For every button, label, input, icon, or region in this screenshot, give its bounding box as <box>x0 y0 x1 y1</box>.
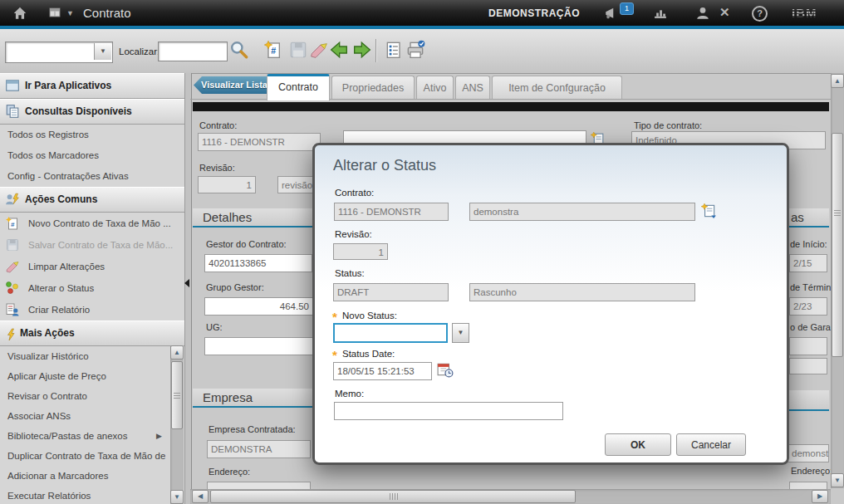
ug-label: UG: <box>206 322 223 332</box>
dialog-status-label: Status: <box>335 268 365 278</box>
more-action-visualizar-historico[interactable]: Visualizar Histórico <box>0 346 184 366</box>
sidebar-header-go-to[interactable]: Ir Para Aplicativos <box>0 73 184 99</box>
long-description-icon[interactable] <box>700 203 717 219</box>
reports-chart-icon[interactable] <box>653 6 670 21</box>
dialog-revisao-field: 1 <box>333 243 388 260</box>
next-record-icon[interactable] <box>352 40 372 60</box>
print-icon[interactable] <box>405 40 425 60</box>
revisao-descricao-field: revisão <box>277 176 314 193</box>
lightning-icon <box>4 326 19 341</box>
signout-close-icon[interactable]: ✕ <box>719 5 736 20</box>
gestor-field[interactable] <box>204 254 312 272</box>
ug-field[interactable] <box>204 337 313 355</box>
main-scroll-right-icon[interactable]: ▶ <box>812 490 828 503</box>
main-scroll-up-icon[interactable]: ▲ <box>831 74 844 88</box>
more-action-biblioteca-anexos[interactable]: Biblioteca/Pastas de anexos ▶ <box>0 426 184 446</box>
sidebar-header-common-actions[interactable]: Ações Comuns <box>0 187 184 213</box>
tab-item-configuracao[interactable]: Item de Confguração <box>492 76 622 99</box>
contrato-label: Contrato: <box>199 120 237 130</box>
query-select-caret-icon[interactable]: ▼ <box>94 43 111 60</box>
revisao-field: 1 <box>198 176 256 193</box>
dialog-memo-label: Memo: <box>335 389 364 399</box>
svg-text:#: # <box>271 46 276 56</box>
query-select[interactable]: ▼ <box>5 42 113 63</box>
action-alterar-status[interactable]: Alterar o Status <box>0 277 184 299</box>
sidebar-item-todos-registros[interactable]: Todos os Registros <box>0 125 184 145</box>
tab-contrato[interactable]: Contrato <box>267 74 330 100</box>
dialog-revisao-label: Revisão: <box>335 229 372 239</box>
toolbar-divider <box>375 39 377 62</box>
dialog-status-field: DRAFT <box>333 283 449 301</box>
dialog-status-desc-field: Rascunho <box>469 283 695 301</box>
top-navigation-bar: ▼ Contrato DEMONSTRAÇÃO 1 ✕ ? IBM <box>0 0 844 29</box>
datas-section-header-fragment: as <box>789 208 829 228</box>
visualizar-lista-button[interactable]: Visualizar Lista <box>194 76 268 94</box>
dialog-novo-status-input[interactable] <box>333 323 448 343</box>
main-scroll-left-icon[interactable]: ◀ <box>192 490 209 503</box>
new-record-icon[interactable]: # <box>263 40 283 60</box>
grupo-gestor-field[interactable]: 464.50 <box>204 297 313 316</box>
sidebar-collapse-icon[interactable] <box>184 279 189 287</box>
environment-label: DEMONSTRAÇÃO <box>488 7 580 19</box>
search-icon[interactable] <box>229 40 249 60</box>
more-action-executar-relatorios[interactable]: Executar Relatórios <box>0 486 184 504</box>
open-apps-icon[interactable] <box>47 6 64 21</box>
sidebar-item-todos-marcadores[interactable]: Todos os Marcadores <box>0 145 184 166</box>
tab-ans[interactable]: ANS <box>455 76 490 99</box>
right-section-header-fragment <box>789 390 829 411</box>
previous-record-icon[interactable] <box>329 40 349 60</box>
action-limpar-alteracoes[interactable]: Limpar Alterações <box>0 256 184 277</box>
action-criar-relatorio[interactable]: Criar Relatório <box>0 299 184 321</box>
revisao-label: Revisão: <box>199 163 235 173</box>
queries-icon <box>5 104 20 119</box>
sidebar-item-config-contratacoes[interactable]: Config - Contratações Ativas <box>0 166 184 187</box>
application-window-icon <box>5 78 20 93</box>
garantia-field-fragment <box>789 337 827 355</box>
help-icon[interactable]: ? <box>752 6 768 22</box>
cancel-button[interactable]: Cancelar <box>676 433 746 456</box>
home-icon[interactable] <box>12 6 28 21</box>
empresa-right-field-fragment: demonstra <box>788 444 829 462</box>
main-vertical-scrollbar-thumb[interactable] <box>832 133 843 357</box>
tab-ativo[interactable]: Ativo <box>416 76 454 99</box>
common-actions-icon <box>5 192 20 207</box>
dialog-memo-input[interactable] <box>334 402 563 420</box>
sidebar-scrollbar-thumb[interactable] <box>171 361 183 429</box>
more-action-associar-anss[interactable]: Associar ANSs <box>0 406 184 426</box>
more-action-aplicar-ajuste[interactable]: Aplicar Ajuste de Preço <box>0 366 184 386</box>
main-scroll-down-icon[interactable]: ▼ <box>831 473 844 487</box>
tab-propriedades[interactable]: Propriedades <box>331 76 415 99</box>
action-novo-contrato[interactable]: # Novo Contrato de Taxa de Mão ... <box>0 213 184 234</box>
action-salvar-contrato: Salvar Contrato de Taxa de Mão... <box>0 234 184 256</box>
application-window: ▼ Contrato DEMONSTRAÇÃO 1 ✕ ? IBM ▼ Loca… <box>0 0 844 504</box>
apps-menu-caret-icon[interactable]: ▼ <box>66 9 74 17</box>
sidebar-scroll-down-icon[interactable]: ▼ <box>170 490 184 504</box>
dialog-title: Alterar o Status <box>333 157 436 174</box>
alterar-status-dialog: Alterar o Status Contrato: 1116 - DEMONS… <box>312 143 789 465</box>
sidebar-header-queries[interactable]: Consultas Disponíveis <box>0 99 184 125</box>
ok-button[interactable]: OK <box>605 433 671 456</box>
main-horizontal-scrollbar-thumb[interactable] <box>210 490 576 503</box>
sidebar-navigation: Ir Para Aplicativos Consultas Disponívei… <box>0 73 184 504</box>
select-action-report-icon[interactable] <box>383 40 403 60</box>
calendar-clock-icon[interactable] <box>437 361 454 378</box>
clear-changes-icon[interactable] <box>309 40 329 60</box>
more-action-revisar-contrato[interactable]: Revisar o Contrato <box>0 386 184 406</box>
sidebar-header-more-actions[interactable]: Mais Ações <box>0 321 184 346</box>
localizar-input[interactable] <box>158 42 228 61</box>
announcements-icon[interactable] <box>603 6 620 21</box>
change-status-icon <box>5 281 20 296</box>
save-icon <box>5 237 20 252</box>
announcement-badge: 1 <box>620 2 634 15</box>
dialog-status-date-input[interactable] <box>333 362 432 380</box>
dialog-contrato-desc-field: demonstra <box>469 203 695 221</box>
more-action-adicionar-marcadores[interactable]: Adicionar a Marcadores <box>0 466 184 486</box>
empresa-contratada-field: DEMONSTRA <box>207 440 311 458</box>
endereco-right-label: Endereço: <box>791 466 832 476</box>
sidebar-scroll-up-icon[interactable]: ▲ <box>170 345 184 360</box>
localizar-label: Localizar: <box>119 46 159 56</box>
data-inicio-field-fragment: 2/15 <box>789 254 827 272</box>
profile-icon[interactable] <box>695 6 712 21</box>
novo-status-dropdown-icon[interactable]: ▼ <box>452 323 469 343</box>
more-action-duplicar-contrato[interactable]: Duplicar Contrato de Taxa de Mão de ... <box>0 446 165 466</box>
